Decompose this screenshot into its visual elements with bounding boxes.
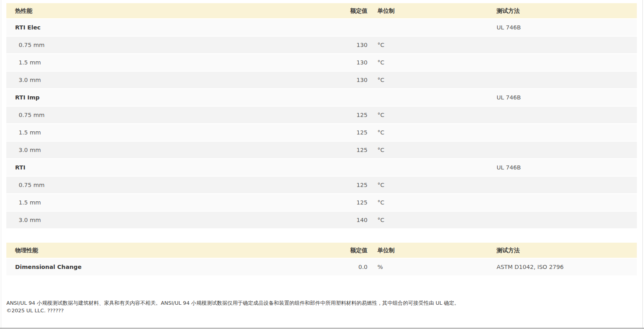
- row-rated-value: 130: [330, 59, 377, 66]
- page-bottom-rule: [0, 328, 644, 329]
- row-property-name: 1.5 mm: [6, 199, 330, 206]
- table-row: 0.75 mm 125 °C: [6, 107, 637, 124]
- row-unit: °C: [377, 77, 497, 83]
- row-unit: °C: [377, 42, 497, 48]
- row-rated-value: 140: [330, 217, 377, 223]
- row-rated-value: 125: [330, 199, 377, 206]
- table-row: 1.5 mm 125 °C: [6, 124, 637, 142]
- row-rated-value: 125: [330, 112, 377, 118]
- row-property-name: RTI Elec: [6, 24, 330, 31]
- row-rated-value: 130: [330, 77, 377, 83]
- physical-properties-table: 物理性能 额定值 单位制 测试方法 Dimensional Change 0.0…: [6, 243, 637, 276]
- ansi-ul94-footnote: ANSI/UL 94 小规模测试数据与建筑材料、家具和有关内容不相关。ANSI/…: [6, 299, 637, 307]
- physical-table-title: 物理性能: [6, 247, 330, 254]
- row-rated-value: 0.0: [330, 264, 377, 270]
- row-unit: °C: [377, 112, 497, 118]
- table-row: 3.0 mm 130 °C: [6, 72, 637, 89]
- table-row: Dimensional Change 0.0 % ASTM D1042, ISO…: [6, 259, 637, 276]
- row-property-name: 3.0 mm: [6, 77, 330, 83]
- table-row: 1.5 mm 125 °C: [6, 194, 637, 212]
- row-unit: °C: [377, 129, 497, 136]
- row-property-name: 0.75 mm: [6, 42, 330, 48]
- footer: ANSI/UL 94 小规模测试数据与建筑材料、家具和有关内容不相关。ANSI/…: [6, 299, 637, 314]
- row-test-method: UL 746B: [497, 24, 637, 31]
- copyright-line: ©2025 UL LLC. ??????: [6, 307, 637, 314]
- column-header-value: 额定值: [330, 247, 377, 254]
- row-unit: °C: [377, 182, 497, 188]
- row-unit: °C: [377, 147, 497, 153]
- row-unit: °C: [377, 59, 497, 66]
- row-property-name: RTI: [6, 164, 330, 171]
- column-header-method: 测试方法: [497, 247, 637, 254]
- column-header-method: 测试方法: [497, 7, 637, 15]
- row-rated-value: 125: [330, 129, 377, 136]
- row-rated-value: 130: [330, 42, 377, 48]
- column-header-unit: 单位制: [377, 7, 497, 15]
- table-row: 0.75 mm 125 °C: [6, 177, 637, 194]
- row-property-name: Dimensional Change: [6, 264, 330, 270]
- table-row: 1.5 mm 130 °C: [6, 54, 637, 72]
- table-row: RTI Elec UL 746B: [6, 19, 637, 37]
- page-left-border: [1, 0, 1, 329]
- table-row: 3.0 mm 125 °C: [6, 142, 637, 159]
- thermal-table-title: 热性能: [6, 7, 330, 15]
- column-header-value: 额定值: [330, 7, 377, 15]
- row-unit: °C: [377, 199, 497, 206]
- row-unit: %: [377, 264, 497, 270]
- row-property-name: 0.75 mm: [6, 112, 330, 118]
- row-property-name: 1.5 mm: [6, 59, 330, 66]
- row-unit: °C: [377, 217, 497, 223]
- thermal-properties-table: 热性能 额定值 单位制 测试方法 RTI Elec UL 746B 0.75 m…: [6, 3, 637, 229]
- row-rated-value: 125: [330, 182, 377, 188]
- datasheet-content: 热性能 额定值 单位制 测试方法 RTI Elec UL 746B 0.75 m…: [0, 0, 644, 314]
- row-test-method: UL 746B: [497, 164, 637, 171]
- page-right-border: [642, 0, 643, 329]
- row-property-name: 3.0 mm: [6, 147, 330, 153]
- table-row: 0.75 mm 130 °C: [6, 37, 637, 54]
- table-row: RTI Imp UL 746B: [6, 89, 637, 107]
- row-property-name: 3.0 mm: [6, 217, 330, 223]
- row-test-method: UL 746B: [497, 94, 637, 101]
- row-test-method: ASTM D1042, ISO 2796: [497, 264, 637, 270]
- row-property-name: 1.5 mm: [6, 129, 330, 136]
- table-row: RTI UL 746B: [6, 159, 637, 177]
- row-property-name: RTI Imp: [6, 94, 330, 101]
- row-rated-value: 125: [330, 147, 377, 153]
- column-header-unit: 单位制: [377, 247, 497, 254]
- physical-table-header-row: 物理性能 额定值 单位制 测试方法: [6, 243, 637, 259]
- row-property-name: 0.75 mm: [6, 182, 330, 188]
- table-row: 3.0 mm 140 °C: [6, 212, 637, 229]
- thermal-table-header-row: 热性能 额定值 单位制 测试方法: [6, 3, 637, 19]
